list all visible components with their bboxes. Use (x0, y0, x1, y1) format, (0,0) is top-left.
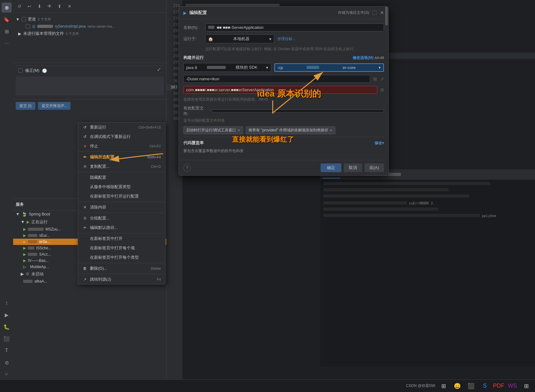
run-on-select[interactable]: 🏠 本地机器 ▾ (205, 34, 274, 43)
sidebar-icon-home[interactable]: ⊕ (2, 3, 12, 13)
taskbar-windows-icon[interactable]: ⊞ (438, 380, 449, 392)
sidebar-icon-structure[interactable]: ⊞ (2, 26, 12, 36)
coverage-modify-link[interactable]: 修改▾ (375, 140, 384, 146)
spring-boot-label: Spring Boot (29, 212, 50, 216)
sidebar-icon-debug[interactable]: 🐛 (2, 322, 12, 332)
commit-button[interactable]: 提交 (I) (16, 102, 35, 110)
up-btn[interactable]: ⬆ (56, 3, 63, 10)
taskbar-emoji-icon[interactable]: 😀 (452, 380, 463, 392)
sidebar-icon-vcs2[interactable]: ⑂ (2, 369, 12, 379)
unmanaged-label: 未进行版本管理的文件 (23, 31, 64, 36)
taskbar: CSDN @仰晨556 ⊞ 😀 ⬛ S PDF WS ⊞ (0, 379, 535, 392)
menu-item-copy-config[interactable]: ⎘ 复制配置... Ctrl+D (78, 162, 165, 171)
log-line-2 (323, 187, 532, 193)
annotation-idea-text: idea 原本识别的 (257, 88, 321, 100)
menu-divider-6 (78, 263, 165, 263)
menu-item-remove-config-type[interactable]: 从服务中移除配置类型 (78, 182, 165, 192)
tag-run-debug-close[interactable]: ✕ (237, 128, 240, 133)
modal-scrollbar[interactable] (385, 7, 388, 175)
sidebar-icon-bookmarks[interactable]: 🔖 (2, 14, 12, 24)
name-input[interactable]: ■■ ■■■-ServerApplication (205, 24, 384, 31)
commit-push-button[interactable]: 提交并推送(P... (38, 102, 71, 110)
tag-provided-close[interactable]: ✕ (329, 128, 333, 133)
service-blur-kafka (23, 280, 33, 283)
modify-checkbox[interactable] (18, 68, 23, 73)
sidebar-icon-terminal[interactable]: ⬛ (2, 334, 12, 344)
unmanaged-section-header[interactable]: ▶ 未进行版本管理的文件 1 个文件 (13, 29, 166, 38)
close-btn[interactable]: ✕ (66, 3, 73, 10)
file-checkbox[interactable] (26, 24, 30, 29)
menu-stop-shortcut: Ctrl+F2 (149, 144, 161, 148)
coverage-hint: 要包含在覆盖率数据中的软件包和类 (183, 148, 384, 154)
menu-item-goto-source[interactable]: ↗ 跳转到源(J) F4 (78, 275, 165, 284)
menu-item-open-new-tab2[interactable]: 在新标签页中打开 (78, 234, 165, 243)
changes-section-header[interactable]: ▼ 更改 1 个文件 (13, 15, 166, 23)
refresh-btn[interactable]: ↺ (16, 3, 23, 10)
menu-hide-config-label: 隐藏配置 (90, 175, 106, 180)
menu-item-hide-config[interactable]: 隐藏配置 (78, 173, 165, 182)
tag-provided[interactable]: 将带有 "provided" 作用域的依赖项添加到类路径 ✕ (246, 126, 335, 134)
classpath-select[interactable]: -cp er-core ▾ (274, 63, 384, 72)
menu-item-delete[interactable]: 🗑 删除(D)... Delete (78, 264, 165, 273)
modify-section: 修正(M) 🕐 (16, 66, 164, 75)
modify-options-shortcut: Alt+M (375, 56, 384, 60)
menu-item-rerun[interactable]: ↺ 重新运行 Ctrl+Shift+F10 (78, 123, 165, 132)
modal-close-btn[interactable]: ✕ (380, 10, 384, 16)
sdk-select[interactable]: java 8 模块的 SDK ▾ (183, 63, 271, 72)
modal-scrollbar-thumb[interactable] (385, 7, 388, 25)
apply-button[interactable]: 应(A) (365, 163, 384, 172)
menu-group-config-label: 分组配置... (90, 215, 110, 221)
menu-item-open-each-type[interactable]: 在新标签页中打开每个类型 (78, 253, 165, 262)
help-button[interactable]: ? (183, 164, 191, 172)
menu-item-edit-default-path[interactable]: ✏ 编辑默认路径... (78, 223, 165, 232)
sidebar-icon-font[interactable]: T (2, 346, 12, 356)
sidebar-icon-run[interactable]: ▶ (2, 310, 12, 320)
vm-options-value: -Duser.name=ikun (186, 77, 219, 81)
expand-vm-icon[interactable]: ⊞ (373, 77, 377, 82)
valid-config-hint: 逗号分隔的配置文件列表 (183, 118, 384, 123)
file-item[interactable]: @ ryServiceImpl.java iwms-owner-ma... (13, 23, 166, 29)
undo-btn[interactable]: ↩ (26, 3, 33, 10)
taskbar-grid-icon[interactable]: ⊞ (521, 380, 532, 392)
sidebar-icon-more[interactable]: ··· (2, 38, 12, 48)
changes-checkbox[interactable] (22, 17, 26, 21)
taskbar-ws-icon[interactable]: WS (507, 380, 518, 392)
expand-class-icon[interactable]: ⊞ (380, 87, 384, 92)
rerun-icon: ↺ (82, 125, 87, 130)
menu-item-group-config[interactable]: ⎘ 分组配置... (78, 214, 165, 223)
checkmark-icon: ✓ (157, 66, 161, 73)
edit-config-icon: ✏ (82, 155, 87, 159)
sdk-module-text: 模块的 SDK (236, 65, 257, 70)
service-blur-1 (28, 228, 44, 231)
menu-item-open-new-tab[interactable]: 在新标签页中打开运行配置 (78, 192, 165, 201)
service-kafka-label: afkaA... (34, 279, 47, 283)
menu-item-edit-config[interactable]: ✏ 编辑所选配置... Shift+F4 (78, 152, 165, 162)
cancel-button[interactable]: 取消 (344, 163, 362, 172)
taskbar-green-icon[interactable]: ⬛ (465, 380, 477, 392)
download-btn[interactable]: ⬇ (36, 3, 43, 10)
valid-config-input[interactable] (212, 109, 384, 113)
manage-target-link[interactable]: 管理目标... (277, 36, 296, 42)
modify-options-link[interactable]: 修改选项(M) Alt+M (353, 55, 384, 61)
stop-icon: ■ (82, 144, 87, 148)
menu-item-clear[interactable]: ✕ 清除内容 (78, 203, 165, 212)
sidebar-icon-problems[interactable]: ⊘ (2, 358, 12, 368)
top-toolbar: ↺ ↩ ⬇ 👁 ⬆ ✕ (13, 0, 166, 13)
taskbar-pdf-icon[interactable]: PDF (493, 380, 504, 392)
vm-options-input[interactable]: -Duser.name=ikun (183, 75, 370, 83)
clock-icon: 🕐 (42, 68, 47, 73)
run-on-row: 运行于: 🏠 本地机器 ▾ 管理目标... (183, 34, 384, 43)
menu-open-new-tab2-label: 在新标签页中打开 (90, 236, 123, 241)
sidebar-icon-git[interactable]: ↕ (2, 298, 12, 308)
file-icon: @ (32, 24, 35, 28)
eye-btn[interactable]: 👁 (46, 3, 53, 10)
tag-run-debug[interactable]: 启动时打开运行/调试工具窗口 ✕ (183, 126, 243, 134)
menu-item-open-each-item[interactable]: 在新标签页中打开每个项 (78, 243, 165, 253)
taskbar-s-icon[interactable]: S (479, 380, 490, 392)
menu-item-debug-rerun[interactable]: ↺ 在调试模式下重新运行 (78, 132, 165, 141)
ok-button[interactable]: 确定 (321, 163, 341, 172)
store-checkbox[interactable] (372, 11, 377, 15)
menu-item-stop[interactable]: ■ 停止 Ctrl+F2 (78, 141, 165, 151)
external-vm-icon[interactable]: ↗ (380, 77, 384, 82)
services-title: 服务 (16, 202, 24, 207)
